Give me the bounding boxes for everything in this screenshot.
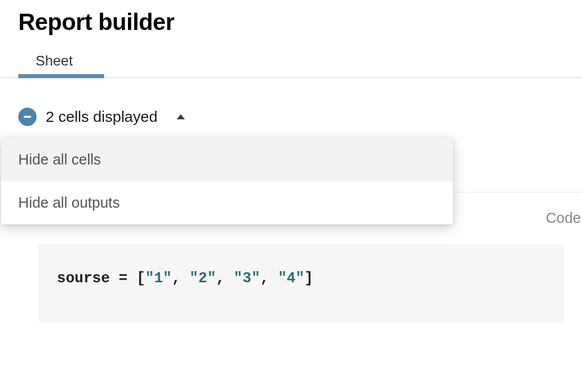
dropdown-item-hide-all-outputs[interactable]: Hide all outputs: [1, 181, 453, 224]
cells-displayed-toggle[interactable]: 2 cells displayed: [46, 108, 157, 125]
tabs-bar: Sheet: [0, 48, 582, 78]
page-title: Report builder: [18, 8, 564, 36]
cell-type-label: Code: [546, 210, 581, 226]
collapse-icon[interactable]: [18, 108, 37, 126]
svg-marker-0: [177, 114, 185, 119]
dropdown-item-hide-all-cells[interactable]: Hide all cells: [1, 138, 453, 181]
tab-sheet[interactable]: Sheet: [18, 48, 90, 77]
cells-header: 2 cells displayed Hide all cells Hide al…: [18, 108, 564, 126]
caret-up-icon[interactable]: [176, 113, 186, 120]
code-line: sourse = ["1", "2", "3", "4"]: [57, 270, 545, 287]
code-block[interactable]: sourse = ["1", "2", "3", "4"]: [39, 244, 564, 322]
cells-dropdown: Hide all cells Hide all outputs: [1, 138, 453, 224]
